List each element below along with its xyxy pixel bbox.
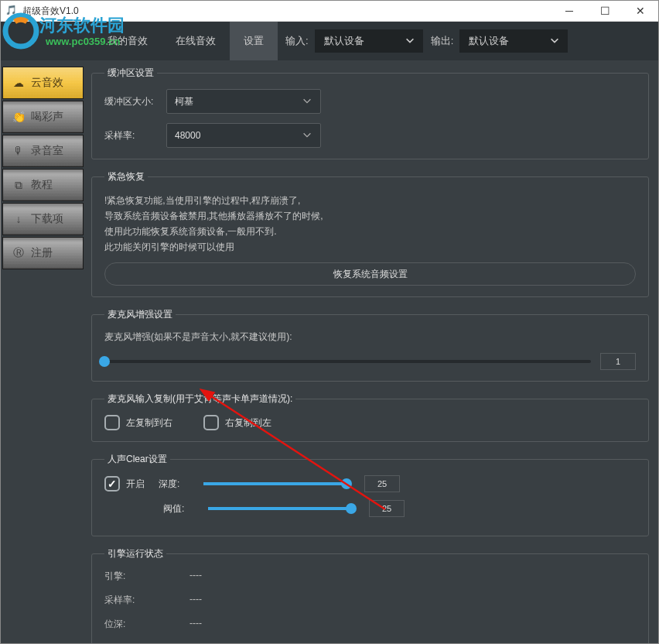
micboost-legend: 麦克风增强设置 bbox=[104, 308, 176, 321]
restore-audio-button[interactable]: 恢复系统音频设置 bbox=[104, 262, 636, 286]
chevron-down-icon bbox=[549, 35, 560, 48]
hw-input-value: ---- bbox=[190, 642, 202, 643]
clear-enable-checkbox[interactable]: 开启 bbox=[104, 476, 145, 492]
sidebar: ☁云音效 👏喝彩声 🎙录音室 ⧉教程 ↓下载项 Ⓡ注册 bbox=[1, 60, 84, 643]
sidebar-tutorial[interactable]: ⧉教程 bbox=[2, 169, 84, 201]
tab-settings[interactable]: 设置 bbox=[230, 22, 278, 60]
depth-label: 深度: bbox=[159, 478, 190, 491]
threshold-label: 阀值: bbox=[163, 502, 194, 516]
minimize-button[interactable]: ─ bbox=[551, 1, 587, 22]
voice-clear-group: 人声Clear设置 开启 深度: 25 阀值: 25 bbox=[91, 453, 649, 536]
book-icon: ⧉ bbox=[11, 179, 26, 192]
hw-input-label: 硬件输入: bbox=[104, 642, 190, 643]
close-button[interactable]: ✕ bbox=[623, 1, 658, 22]
threshold-slider[interactable] bbox=[208, 507, 355, 510]
buffer-legend: 缓冲区设置 bbox=[104, 67, 157, 80]
window-title: 超级音效V1.0 bbox=[22, 5, 551, 18]
input-device-select[interactable]: 默认设备 bbox=[315, 29, 423, 53]
mic-boost-group: 麦克风增强设置 麦克风增强(如果不是声音太小,就不建议使用): 1 bbox=[91, 308, 649, 382]
output-device-value: 默认设备 bbox=[469, 34, 509, 48]
sample-rate-select[interactable]: 48000 bbox=[166, 123, 321, 148]
mic-copy-group: 麦克风输入复制(用于艾肯等声卡单声道情况): 左复制到右 右复制到左 bbox=[91, 392, 649, 442]
sidebar-cloud-effects[interactable]: ☁云音效 bbox=[2, 67, 84, 99]
tab-online-effects[interactable]: 在线音效 bbox=[162, 22, 230, 60]
download-icon: ↓ bbox=[11, 213, 26, 225]
clear-legend: 人声Clear设置 bbox=[104, 453, 170, 466]
checkbox-icon bbox=[203, 415, 219, 430]
checkbox-icon bbox=[104, 476, 120, 492]
topbar: 河东软件园 www.pc0359.cn 我的音效 在线音效 设置 输入: 默认设… bbox=[1, 22, 658, 60]
right-to-left-checkbox[interactable]: 右复制到左 bbox=[203, 415, 271, 430]
input-device-value: 默认设备 bbox=[324, 34, 364, 48]
bitdepth-value: ---- bbox=[190, 618, 202, 631]
buffer-size-label: 缓冲区大小: bbox=[104, 95, 166, 108]
recovery-legend: 紧急恢复 bbox=[104, 170, 148, 183]
tab-my-effects[interactable]: 我的音效 bbox=[94, 22, 162, 60]
buffer-size-select[interactable]: 柯基 bbox=[166, 89, 321, 114]
status-rate-value: ---- bbox=[190, 594, 202, 607]
output-device-select[interactable]: 默认设备 bbox=[459, 29, 568, 53]
output-label: 输出: bbox=[431, 34, 454, 48]
depth-slider[interactable] bbox=[203, 482, 350, 485]
app-icon: 🎵 bbox=[5, 5, 18, 17]
mic-boost-value: 1 bbox=[600, 353, 636, 370]
miccopy-legend: 麦克风输入复制(用于艾肯等声卡单声道情况): bbox=[104, 392, 295, 406]
hands-icon: 👏 bbox=[11, 111, 26, 123]
mic-icon: 🎙 bbox=[11, 145, 26, 157]
engine-value: ---- bbox=[190, 570, 202, 583]
checkbox-icon bbox=[104, 415, 120, 430]
recovery-text: !紧急恢复功能,当使用引擎的过程中,程序崩溃了, 导致系统音频设备被禁用,其他播… bbox=[104, 193, 636, 255]
engine-status-group: 引擎运行状态 引擎:---- 采样率:---- 位深:---- 硬件输入:---… bbox=[91, 547, 649, 643]
input-label: 输入: bbox=[285, 34, 309, 48]
chevron-down-icon bbox=[405, 35, 415, 48]
mic-boost-slider[interactable] bbox=[104, 360, 591, 363]
cloud-icon: ☁ bbox=[11, 77, 26, 89]
maximize-button[interactable]: ☐ bbox=[587, 1, 623, 22]
depth-value: 25 bbox=[364, 475, 400, 492]
sidebar-downloads[interactable]: ↓下载项 bbox=[2, 203, 84, 235]
sidebar-cheer[interactable]: 👏喝彩声 bbox=[2, 101, 84, 133]
micboost-hint: 麦克风增强(如果不是声音太小,就不建议使用): bbox=[104, 331, 636, 344]
engine-label: 引擎: bbox=[104, 570, 190, 583]
register-icon: Ⓡ bbox=[11, 246, 26, 260]
bitdepth-label: 位深: bbox=[104, 618, 190, 631]
sample-rate-label: 采样率: bbox=[104, 129, 166, 142]
chevron-down-icon bbox=[302, 129, 312, 142]
emergency-recovery-group: 紧急恢复 !紧急恢复功能,当使用引擎的过程中,程序崩溃了, 导致系统音频设备被禁… bbox=[91, 170, 649, 297]
threshold-value: 25 bbox=[369, 500, 405, 517]
chevron-down-icon bbox=[302, 95, 312, 108]
main-settings: 缓冲区设置 缓冲区大小: 柯基 采样率: 48000 bbox=[84, 60, 658, 643]
left-to-right-checkbox[interactable]: 左复制到右 bbox=[104, 415, 172, 430]
buffer-settings-group: 缓冲区设置 缓冲区大小: 柯基 采样率: 48000 bbox=[91, 67, 649, 159]
sidebar-register[interactable]: Ⓡ注册 bbox=[2, 237, 84, 269]
sidebar-studio[interactable]: 🎙录音室 bbox=[2, 135, 84, 167]
status-rate-label: 采样率: bbox=[104, 594, 190, 607]
status-legend: 引擎运行状态 bbox=[104, 547, 166, 560]
titlebar: 🎵 超级音效V1.0 ─ ☐ ✕ bbox=[1, 1, 658, 22]
